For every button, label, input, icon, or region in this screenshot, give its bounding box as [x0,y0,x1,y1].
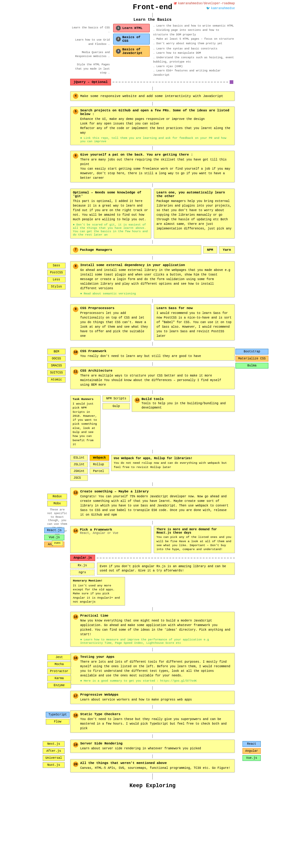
github-link[interactable]: 🐙 kamranahmedse/developer-roadmap [173,2,235,5]
optional-section: Optional – Needs some knowledge of 'git'… [70,189,235,239]
sass-label[interactable]: Sass [47,263,66,269]
jest-label[interactable]: Jest [47,654,71,660]
css-framework-section: BEM OOCSS SMACSS SUITCSS Atomic Bootstra… [70,347,235,361]
optional-git-title: Optional – Needs some knowledge of 'git' [73,191,149,198]
step5-link[interactable]: ♦ Link this repo, tell them you are lear… [80,136,232,143]
typescript-label[interactable]: TypeScript [46,712,69,718]
connector [152,256,153,260]
npm-scripts-box[interactable]: NPM Scripts [102,395,130,402]
bem-label[interactable]: BEM [47,349,66,354]
materialize-label[interactable]: Materialize CSS [236,356,268,362]
learn-html[interactable]: 1 Learn HTML [113,24,150,32]
react-note-title: There is more and more demand for React.… [156,528,232,534]
reactjs-label[interactable]: React.js [44,528,64,533]
connector [152,734,153,738]
github-icon: 🐙 [173,2,177,5]
learn-sass-box: Learn Sass for now I would recommend you… [154,304,235,340]
nuxtjs-label[interactable]: Nuxt.js [43,762,65,768]
step8-link[interactable]: ♦ Read about semantic versioning [80,292,232,295]
step17-num: 17 [73,693,79,699]
step4-num: 4 [73,93,79,99]
learn-right-items: . Learn the basics and how to write sema… [152,24,235,78]
right-item-3: . Make at least 5 HTML pages – focus on … [153,37,235,41]
jscs-box[interactable]: JSCS [70,475,88,481]
rxjs-box[interactable]: Rx.js [70,563,95,568]
vuejs-ssr-label[interactable]: Vue.js [242,755,261,761]
step17-text: Learn about service workers and how to m… [80,698,192,702]
jshint-box[interactable]: JSHint [70,468,88,474]
twitter-link[interactable]: 🐦 kamranahmedse [173,6,235,10]
flow-label[interactable]: Flow [46,719,69,724]
learn-css[interactable]: 2 Basics of CSS [113,34,150,44]
step9-title: CSS Preprocessors [80,306,149,310]
redux-label[interactable]: Redux [47,494,67,499]
nextjs-label[interactable]: Next.js [43,741,65,747]
less-label[interactable]: Less [47,277,66,282]
step4-text: Make some responsive website and add som… [80,94,223,98]
eslint-box[interactable]: ESLint [70,455,88,461]
ngrx-box[interactable]: ngrx [70,569,95,576]
gulp-box[interactable]: Gulp [102,403,130,409]
mocha-label[interactable]: Mocha [47,661,71,667]
step14-section: React.js Vue.js Angular vuex 14 Pick a F… [70,526,235,553]
step15-num: 15 [73,614,79,620]
footer-title: Keep Exploring [70,782,235,798]
right-item-4: . Don't worry about making them pretty y… [153,41,235,46]
vuejs-label[interactable]: Vue.js [44,534,64,540]
webpack-note-box: Use Webpack for apps, Rollup for librari… [111,455,235,471]
universal-label[interactable]: Universal [43,755,65,761]
vuex-label: vuex [52,540,63,546]
enzyme-label[interactable]: Enzyme [47,682,71,688]
dashed-line [97,558,235,558]
step1-num: 1 [116,26,121,31]
learn-other-box: Learn one, you automatically learn the o… [154,189,235,239]
learn-other-title: Learn one, you automatically learn the o… [156,191,232,198]
atomic-label[interactable]: Atomic [47,377,66,382]
angular-ssr-label[interactable]: Angular [242,748,261,754]
preprocessor-labels-left: Sass PostCSS Less Stylus [47,263,66,289]
protractor-label[interactable]: Protractor [47,669,71,674]
npm-box[interactable]: NPM [203,246,217,253]
connector [152,87,153,90]
smacss-label[interactable]: SMACSS [47,363,66,369]
bulma-label[interactable]: Bulma [236,363,268,369]
mobx-label[interactable]: Mobx [47,501,67,506]
afterjs-label[interactable]: After.js [43,748,65,754]
react-ssr-label[interactable]: React [242,741,261,747]
learn-js[interactable]: 3 Basics of JavaScript [113,46,150,57]
step6-title: Give yourself a pat on the back. You are… [80,153,232,156]
optional-git-box: Optional – Needs some knowledge of 'git'… [70,189,151,239]
step5-num: 5 [73,109,79,115]
step16-link[interactable]: ♦ Here is a good summary to get you star… [80,679,232,682]
step15-link[interactable]: ♦ Learn how to measure and improve the p… [80,638,232,645]
step15-title: Practical time [80,614,232,618]
step13-box: 13 Create something – Maybe a library Co… [70,488,235,519]
parcel-box[interactable]: Parcel [90,468,109,474]
stylus-label[interactable]: Stylus [47,284,66,289]
step12-text: Tools to help you in the building/bundli… [142,402,232,410]
step19-num: 19 [73,742,79,747]
step6-item1: There are many jobs out there requiring … [80,157,232,166]
postcss-label[interactable]: PostCSS [47,270,66,276]
step18-box: 18 Static Type Checkers You don't need t… [70,710,235,733]
right-item-2: . Dividing page into sections and how to… [153,28,235,37]
task-runners-text: I would just pick NPM Scripts in 2018. H… [72,402,98,446]
connector [152,146,153,150]
webpack-box[interactable]: Webpack [90,455,109,461]
suitcss-label[interactable]: SUITCSS [47,370,66,376]
rollup-box[interactable]: Rollup [90,462,109,467]
step14-subtitle: React, Angular or Vue [80,531,118,535]
connector [152,450,153,453]
right-item-8: . Learn Ajax (XHR) [153,64,235,69]
bootstrap-label[interactable]: Bootstrap [236,349,268,354]
karma-label[interactable]: Karma [47,676,71,681]
yarn-box[interactable]: Yarn [219,246,235,253]
jslint-box[interactable]: JSLint [70,462,88,467]
optional-git-link[interactable]: ♦ Don't be scared of git, it is easiest … [73,223,149,237]
oocss-label[interactable]: OOCSS [47,356,66,362]
step17-box: 17 Progressive WebApps Learn about servi… [70,691,235,704]
vuex-box[interactable]: vuex [52,540,63,546]
linters-bundlers-section: ESLint JSLint JSHint JSCS Webpack Rollup… [70,455,235,481]
honorary-title: Honorary Mention! [73,579,122,583]
angularjs-box[interactable]: Angular.js [70,555,95,561]
